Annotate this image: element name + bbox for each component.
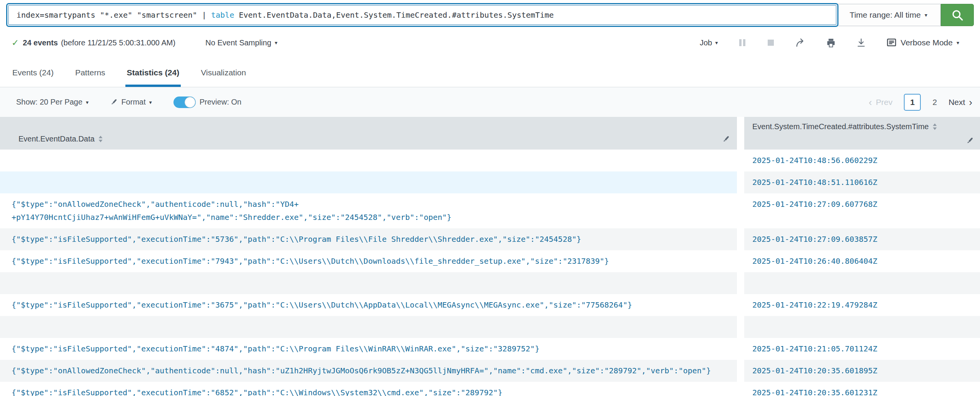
edit-column-icon[interactable]	[966, 137, 974, 145]
system-time-value-link[interactable]: 2025-01-24T10:21:05.701124Z	[752, 344, 877, 353]
system-time-value-link[interactable]: 2025-01-24T10:27:09.607768Z	[752, 200, 877, 209]
event-data-value-link[interactable]: {"$type":"isFileSupported","executionTim…	[12, 388, 502, 396]
cell-event-data	[0, 316, 737, 338]
cell-system-time: 2025-01-24T10:48:51.110616Z	[744, 171, 980, 193]
chevron-down-icon: ▾	[149, 100, 152, 105]
system-time-value-link[interactable]: 2025-01-24T10:20:35.601895Z	[752, 366, 877, 375]
toggle-knob	[185, 97, 195, 108]
print-button[interactable]	[826, 38, 836, 48]
event-count-detail: (before 11/21/25 5:00:31.000 AM)	[61, 38, 175, 47]
tab-statistics[interactable]: Statistics (24)	[127, 58, 180, 87]
system-time-value-link[interactable]: 2025-01-24T10:48:56.060229Z	[752, 156, 877, 165]
statistics-table: Event.EventData.Data Event.System.TimeCr…	[0, 117, 980, 396]
next-page-button[interactable]: Next ›	[948, 97, 972, 107]
column-gutter	[737, 316, 744, 338]
job-status-bar: ✓ 24 events (before 11/21/25 5:00:31.000…	[0, 27, 980, 58]
cell-event-data: {"$type":"isFileSupported","executionTim…	[0, 250, 737, 272]
cell-event-data	[0, 150, 737, 171]
sort-column-event-data[interactable]: Event.EventData.Data	[18, 135, 103, 143]
column-gutter	[737, 382, 744, 396]
column-gutter	[737, 272, 744, 294]
event-data-value-link[interactable]: {"$type":"isFileSupported","executionTim…	[12, 300, 632, 309]
paintbrush-icon	[110, 98, 118, 106]
time-range-picker[interactable]: Time range: All time ▾	[836, 4, 941, 26]
job-done-check-icon: ✓	[12, 38, 19, 48]
job-dropdown[interactable]: Job ▾	[700, 38, 718, 47]
verbose-mode-icon	[886, 37, 897, 48]
table-row: 2025-01-24T10:48:51.110616Z	[0, 171, 980, 193]
search-mode-dropdown[interactable]: Verbose Mode ▾	[886, 37, 959, 48]
per-page-dropdown[interactable]: Show: 20 Per Page ▾	[16, 98, 88, 106]
preview-label: Preview: On	[200, 98, 242, 106]
table-row: {"$type":"isFileSupported","executionTim…	[0, 294, 980, 316]
cell-system-time: 2025-01-24T10:22:19.479284Z	[744, 294, 980, 316]
table-row: {"$type":"isFileSupported","executionTim…	[0, 338, 980, 360]
search-input[interactable]: index=smartypants "*.exe" "smartscreen" …	[6, 3, 838, 27]
column-header-system-time: Event.System.TimeCreated.#attributes.Sys…	[744, 117, 980, 150]
cell-event-data: {"$type":"isFileSupported","executionTim…	[0, 228, 737, 250]
system-time-value-link[interactable]: 2025-01-24T10:20:35.601231Z	[752, 388, 877, 396]
event-data-value-link[interactable]: {"$type":"onAllowedZoneCheck","authentic…	[12, 200, 452, 222]
cell-system-time	[744, 316, 980, 338]
sort-icon	[932, 123, 937, 130]
preview-toggle[interactable]	[173, 97, 196, 108]
column-gutter	[737, 250, 744, 272]
table-row: {"$type":"isFileSupported","executionTim…	[0, 382, 980, 396]
event-sampling-dropdown[interactable]: No Event Sampling ▾	[205, 38, 277, 47]
event-count: 24 events	[23, 38, 58, 47]
page-1-button[interactable]: 1	[904, 94, 921, 111]
system-time-value-link[interactable]: 2025-01-24T10:48:51.110616Z	[752, 178, 877, 187]
cell-system-time: 2025-01-24T10:26:40.806404Z	[744, 250, 980, 272]
column-gutter	[737, 150, 744, 171]
cell-system-time: 2025-01-24T10:20:35.601231Z	[744, 382, 980, 396]
table-row: {"$type":"onAllowedZoneCheck","authentic…	[0, 360, 980, 382]
splunk-search-app: { "search_bar": { "query": { "before_key…	[0, 0, 980, 396]
event-data-value-link[interactable]: {"$type":"onAllowedZoneCheck","authentic…	[12, 366, 711, 375]
system-time-value-link[interactable]: 2025-01-24T10:26:40.806404Z	[752, 256, 877, 266]
cell-system-time: 2025-01-24T10:27:09.603857Z	[744, 228, 980, 250]
sort-column-system-time[interactable]: Event.System.TimeCreated.#attributes.Sys…	[752, 122, 974, 131]
cell-event-data: {"$type":"isFileSupported","executionTim…	[0, 382, 737, 396]
cell-event-data: {"$type":"onAllowedZoneCheck","authentic…	[0, 193, 737, 228]
table-row: {"$type":"isFileSupported","executionTim…	[0, 228, 980, 250]
spl-keyword: table	[211, 10, 234, 20]
table-row	[0, 272, 980, 294]
table-row: {"$type":"isFileSupported","executionTim…	[0, 250, 980, 272]
event-data-value-link[interactable]: {"$type":"isFileSupported","executionTim…	[12, 344, 540, 353]
format-dropdown[interactable]: Format ▾	[110, 98, 152, 106]
page-2-button[interactable]: 2	[932, 98, 937, 107]
cell-system-time: 2025-01-24T10:27:09.607768Z	[744, 193, 980, 228]
cell-system-time	[744, 272, 980, 294]
tab-patterns[interactable]: Patterns	[75, 58, 105, 87]
system-time-value-link[interactable]: 2025-01-24T10:27:09.603857Z	[752, 235, 877, 244]
column-header-event-data: Event.EventData.Data	[0, 117, 737, 150]
table-row: 2025-01-24T10:48:56.060229Z	[0, 150, 980, 171]
table-header-row: Event.EventData.Data Event.System.TimeCr…	[0, 117, 980, 150]
column-gutter	[737, 117, 744, 150]
chevron-right-icon: ›	[969, 97, 972, 107]
cell-event-data: {"$type":"onAllowedZoneCheck","authentic…	[0, 360, 737, 382]
stop-button[interactable]	[767, 38, 775, 47]
system-time-value-link[interactable]: 2025-01-24T10:22:19.479284Z	[752, 300, 877, 309]
column-gutter	[737, 360, 744, 382]
table-row	[0, 316, 980, 338]
cell-event-data: {"$type":"isFileSupported","executionTim…	[0, 338, 737, 360]
tab-visualization[interactable]: Visualization	[201, 58, 246, 87]
event-data-value-link[interactable]: {"$type":"isFileSupported","executionTim…	[12, 256, 609, 266]
chevron-down-icon: ▾	[957, 40, 959, 45]
cell-system-time: 2025-01-24T10:21:05.701124Z	[744, 338, 980, 360]
time-range-label: Time range: All time	[850, 10, 921, 20]
column-gutter	[737, 338, 744, 360]
tab-events[interactable]: Events (24)	[12, 58, 53, 87]
column-gutter	[737, 171, 744, 193]
event-data-value-link[interactable]: {"$type":"isFileSupported","executionTim…	[12, 235, 581, 244]
share-button[interactable]	[795, 37, 806, 48]
pause-button[interactable]	[738, 38, 747, 47]
cell-event-data	[0, 171, 737, 193]
search-query-text: index=smartypants "*.exe" "smartscreen" …	[17, 10, 554, 20]
prev-page-button[interactable]: ‹ Prev	[869, 97, 893, 107]
chevron-down-icon: ▾	[86, 100, 88, 105]
export-download-button[interactable]	[856, 38, 866, 48]
search-button[interactable]	[941, 4, 974, 26]
edit-column-icon[interactable]	[722, 135, 730, 143]
